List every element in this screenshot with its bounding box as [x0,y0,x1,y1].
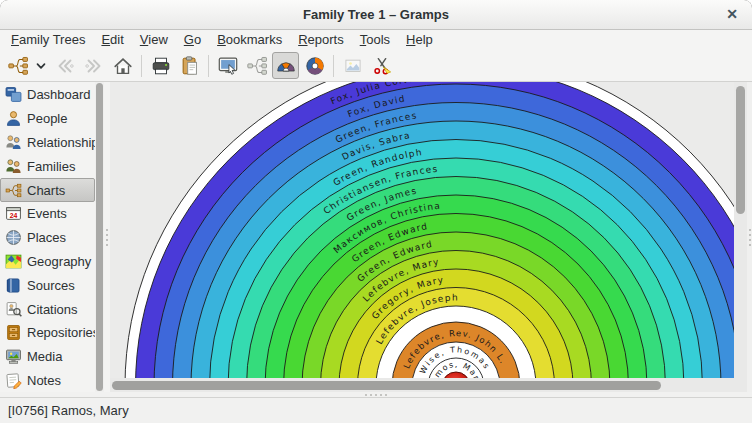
sidebar-item-events[interactable]: 24Events [0,202,95,226]
category-sidebar: DashboardPeopleRelationshipsFamiliesChar… [0,82,95,392]
main-area: DashboardPeopleRelationshipsFamiliesChar… [0,82,752,392]
window-title: Family Tree 1 – Gramps [303,7,449,22]
back-button [51,52,78,79]
horizontal-scrollbar-thumb[interactable] [112,381,661,390]
menu-tools[interactable]: Tools [352,31,398,49]
sidebar-item-label: Repositories [27,325,95,340]
clipboard-icon [179,55,201,77]
forward-button [80,52,107,79]
sidebar-item-relationships[interactable]: Relationships [0,131,95,155]
right-splitter[interactable] [747,82,752,392]
print-button[interactable] [147,52,174,79]
sidebar-item-label: People [27,111,67,126]
vertical-scrollbar-thumb[interactable] [736,86,745,214]
home-button[interactable] [109,52,136,79]
gramps-window: Family Tree 1 – Gramps ✕ Family TreesEdi… [0,0,752,423]
home-icon [112,55,134,77]
sidebar-item-label: Dashboard [27,87,91,102]
sidebar-item-media[interactable]: Media [0,345,95,369]
sidebar-item-citations[interactable]: Citations [0,297,95,321]
chart-area: Ramos, MaryWise, ThomasLefebvre, Rev. Jo… [110,82,734,392]
charts-icon [5,182,22,199]
fan-chart-half-icon [275,55,297,77]
scissors-icon [371,55,393,77]
sources-icon [5,277,22,294]
sidebar-item-charts[interactable]: Charts [0,178,95,202]
fan-chart-full-icon [304,55,326,77]
toolbar-separator [333,55,334,77]
sidebar-item-geography[interactable]: Geography [0,250,95,274]
toolbar-separator [141,55,142,77]
sidebar-item-label: Relationships [27,135,95,150]
sidebar-item-families[interactable]: Families [0,154,95,178]
pedigree-view-button[interactable] [243,52,270,79]
horizontal-scrollbar[interactable] [110,378,734,392]
media-icon [5,348,22,365]
geography-icon [5,253,22,270]
sidebar-item-label: Citations [27,302,78,317]
menu-view[interactable]: View [132,31,176,49]
menubar: Family TreesEditViewGoBookmarksReportsTo… [0,30,752,50]
status-text: [I0756] Ramos, Mary [8,403,129,418]
statusbar: [I0756] Ramos, Mary [0,397,752,423]
sidebar-item-notes[interactable]: Notes [0,369,95,392]
sidebar-item-places[interactable]: Places [0,226,95,250]
sidebar-item-people[interactable]: People [0,107,95,131]
clipboard-button[interactable] [176,52,203,79]
fan-chart-view-button[interactable] [272,52,299,79]
svg-text:24: 24 [10,212,18,219]
sidebar-scrollbar[interactable] [95,82,104,392]
sidebar-item-label: Events [27,206,67,221]
places-icon [5,229,22,246]
fan-chart[interactable]: Ramos, MaryWise, ThomasLefebvre, Rev. Jo… [110,82,734,378]
toolbar-separator [208,55,209,77]
image-icon [343,56,363,76]
titlebar[interactable]: Family Tree 1 – Gramps ✕ [0,0,752,30]
edit-cut-button[interactable] [368,52,395,79]
recent-trees-dropdown-button[interactable] [33,52,49,79]
events-icon: 24 [5,205,22,222]
dashboard-icon [5,86,22,103]
sidebar-item-repositories[interactable]: Repositories [0,321,95,345]
people-icon [5,110,22,127]
menu-family-trees[interactable]: Family Trees [3,31,93,49]
notes-icon [5,372,22,389]
repositories-icon [5,324,22,341]
families-icon [5,158,22,175]
close-icon[interactable]: ✕ [722,4,742,24]
menu-help[interactable]: Help [398,31,441,49]
sidebar-scrollbar-thumb[interactable] [96,83,103,391]
configure-view-button[interactable] [214,52,241,79]
menu-reports[interactable]: Reports [290,31,352,49]
configure-view-icon [217,55,239,77]
sidebar-item-label: Charts [27,183,65,198]
sidebar-item-label: Sources [27,278,75,293]
menu-edit[interactable]: Edit [93,31,131,49]
full-fan-chart-view-button[interactable] [301,52,328,79]
pedigree-icon [246,55,268,77]
sidebar-item-label: Places [27,230,66,245]
export-image-button [339,52,366,79]
menu-bookmarks[interactable]: Bookmarks [209,31,290,49]
back-icon [54,55,76,77]
forward-icon [83,55,105,77]
sidebar-item-label: Notes [27,373,61,388]
citations-icon [5,301,22,318]
sidebar-item-label: Families [27,159,75,174]
family-trees-button[interactable] [4,52,31,79]
vertical-scrollbar[interactable] [734,82,747,392]
sidebar-item-dashboard[interactable]: Dashboard [0,83,95,107]
sidebar-item-label: Media [27,349,62,364]
sidebar-item-label: Geography [27,254,91,269]
chevron-down-icon [35,60,47,72]
toolbar [0,50,752,82]
menu-go[interactable]: Go [176,31,209,49]
relationships-icon [5,134,22,151]
gramps-tree-icon [7,55,29,77]
print-icon [150,55,172,77]
sidebar-item-sources[interactable]: Sources [0,273,95,297]
